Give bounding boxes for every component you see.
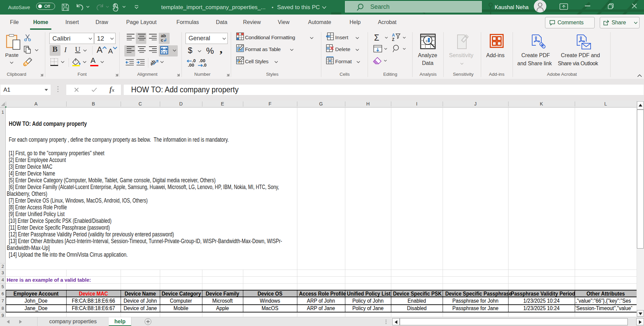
svg-text:Z: Z: [392, 37, 394, 41]
